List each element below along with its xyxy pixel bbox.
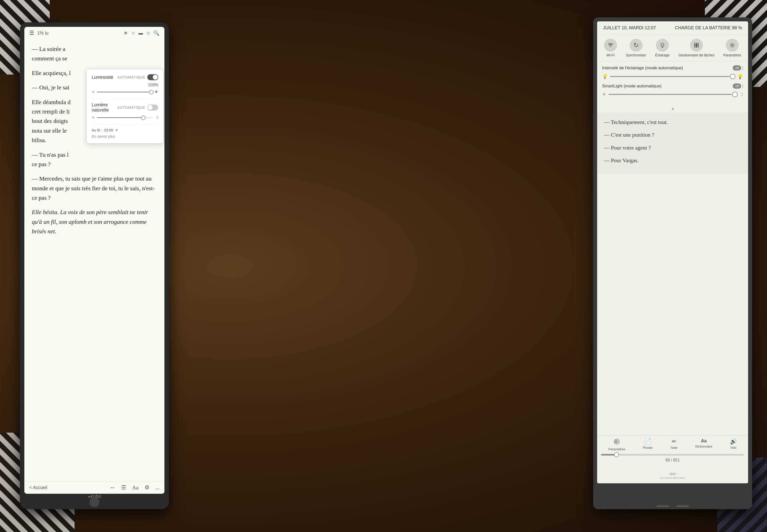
settings-icon[interactable]: ⚙ <box>145 484 150 491</box>
para-6: — Mercedes, tu sais que je t'aime plus q… <box>32 174 157 202</box>
intensity-slider-row: 💡 💡 <box>602 74 743 79</box>
sun-small-icon: ☀ <box>92 90 95 94</box>
bedtime-label: Au lit : <box>92 128 102 132</box>
brightness-slider-row: ☀ ☀ <box>92 89 158 95</box>
settings-button[interactable]: Paramètres <box>723 39 741 57</box>
tea-next-button[interactable] <box>676 505 689 507</box>
tea-device: JUILLET 10, MARDI 12:07 CHARGE DE LA BAT… <box>593 17 752 509</box>
arrows-icon[interactable]: ↔ <box>110 484 115 491</box>
para-5: — Tu n'as pas lce pas ? <box>32 150 157 169</box>
task-label: Gestionnaire de tâches <box>679 53 714 57</box>
more-icon[interactable]: ... <box>155 484 160 491</box>
sun-large-icon: ☀ <box>154 89 158 95</box>
bedtime-row: Au lit : 23:00 ∨ <box>92 128 158 132</box>
tea-progress-row <box>597 453 748 457</box>
settings-label: Paramètres <box>723 53 741 57</box>
intensity-row: Intensité de l'éclairage (mode automatiq… <box>602 65 743 71</box>
back-home-button[interactable]: < Accueil <box>29 485 47 490</box>
lumiere-slider[interactable] <box>97 117 153 118</box>
brightness-slider[interactable] <box>97 92 152 92</box>
collapse-arrow[interactable]: ∧ <box>597 105 748 113</box>
bedtime-time[interactable]: 23:00 <box>104 128 114 132</box>
moon-icon: ☽ <box>155 115 158 120</box>
lumiere-row: Lumière naturelle AUTOMATIQUE <box>92 102 158 113</box>
para-7: Elle hésita. La voix de son père semblai… <box>32 207 157 236</box>
svg-point-0 <box>610 46 611 47</box>
sync-button[interactable]: ↻ Synchroniser <box>626 39 646 57</box>
dictionary-icon: Aa <box>701 438 707 444</box>
svg-point-6 <box>731 44 733 46</box>
tea-date: JUILLET 10, MARDI 12:07 <box>603 25 656 31</box>
tea-quick-icons: Wi-Fi ↻ Synchroniser Éclairage <box>597 35 748 61</box>
tea-reading-content: — Techniquement, c'est tout. — C'est une… <box>597 113 748 174</box>
kobo-screen: ☰ 1% lu ☀ ≋ ▬ ○ 🔍 — La soirée acomment ç… <box>24 27 164 494</box>
auto-label: AUTOMATIQUE <box>117 75 145 79</box>
tea-progress-thumb[interactable] <box>614 452 619 457</box>
note-icon: ✏ <box>672 438 676 445</box>
svg-rect-5 <box>697 45 698 47</box>
tea-toolbar: A Paramètres 📄 Pivoter ✏ Note Aa Dic <box>597 435 748 463</box>
lumiere-toggle[interactable] <box>147 105 158 111</box>
tea-logo-sub: the ebook alternative <box>660 476 685 479</box>
svg-text:A: A <box>615 440 617 444</box>
toolbar-voice[interactable]: 🔊 Voix <box>730 438 737 451</box>
toc-icon[interactable]: ☰ <box>121 484 126 491</box>
hamburger-icon[interactable]: ☰ <box>29 30 34 36</box>
luminosite-label: Luminosité <box>92 75 113 80</box>
sync-icon-circle: ↻ <box>630 39 643 52</box>
tea-prev-button[interactable] <box>656 505 669 507</box>
font-icon[interactable]: Aa <box>132 484 139 491</box>
lumiere-section: Lumière naturelle AUTOMATIQUE ☀ ☽ <box>92 102 158 120</box>
learn-more-link[interactable]: En savoir plus <box>92 134 158 138</box>
settings-icon-circle <box>726 39 739 52</box>
rotate-icon: 📄 <box>645 438 651 445</box>
brightness-icon[interactable]: ☀ <box>123 30 128 36</box>
toolbar-rotate-label: Pivoter <box>643 446 653 450</box>
kobo-topbar-right: ☀ ≋ ▬ ○ 🔍 <box>123 30 159 36</box>
natural-auto-label: AUTOMATIQUE <box>117 106 145 110</box>
lumiere-slider-row: ☀ ☽ <box>92 115 158 120</box>
lighting-button[interactable]: Éclairage <box>655 39 669 57</box>
tea-screen: JUILLET 10, MARDI 12:07 CHARGE DE LA BAT… <box>597 21 748 483</box>
settings-tool-icon: A <box>614 438 620 446</box>
task-manager-button[interactable]: Gestionnaire de tâches <box>679 39 714 57</box>
toolbar-rotate[interactable]: 📄 Pivoter <box>643 438 653 451</box>
search-icon[interactable]: 🔍 <box>153 30 159 36</box>
intensity-slider[interactable] <box>610 76 734 77</box>
sun-icon: ☀ <box>602 92 606 97</box>
kobo-home-button[interactable] <box>89 497 99 507</box>
toggle-knob <box>153 75 158 80</box>
tea-progress-track[interactable] <box>601 454 744 456</box>
wifi-label: Wi-Fi <box>607 53 615 57</box>
warm-icon: ☀ <box>92 115 95 120</box>
tea-para-4: — Pour Vargas. <box>604 156 741 165</box>
kobo-topbar: ☰ 1% lu ☀ ≋ ▬ ○ 🔍 <box>24 27 164 39</box>
bulb-icon: 💡 <box>602 74 608 79</box>
luminosite-toggle[interactable] <box>147 74 158 80</box>
smartlight-label: SmartLight (mode automatique) <box>602 84 661 89</box>
luminosite-row: Luminosité AUTOMATIQUE <box>92 74 158 80</box>
smartlight-toggle[interactable]: off <box>733 83 741 89</box>
kobo-bottom-icons: ↔ ☰ Aa ⚙ ... <box>110 484 159 491</box>
intensity-toggle[interactable]: off <box>733 65 741 71</box>
battery-icon: ▬ <box>139 31 143 36</box>
sync-label: Synchroniser <box>626 53 646 57</box>
kobo-bottombar: < Accueil ↔ ☰ Aa ⚙ ... <box>24 481 164 494</box>
intensity-label: Intensité de l'éclairage (mode automatiq… <box>602 66 683 71</box>
brightness-popup: Luminosité AUTOMATIQUE 100% ☀ ☀ <box>86 69 163 144</box>
tea-statusbar: JUILLET 10, MARDI 12:07 CHARGE DE LA BAT… <box>597 21 748 35</box>
task-icon-circle <box>690 39 703 52</box>
smartlight-slider[interactable] <box>609 94 737 95</box>
smartlight-slider-row: ☀ ☽ <box>602 92 743 97</box>
tea-hardware-buttons <box>656 505 689 507</box>
chevron-down-icon[interactable]: ∨ <box>115 128 118 132</box>
wifi-button[interactable]: Wi-Fi <box>604 39 617 57</box>
sync-icon[interactable]: ○ <box>147 30 150 36</box>
tea-logo-area: · tea · the ebook alternative <box>660 471 685 479</box>
toolbar-settings[interactable]: A Paramètres <box>609 438 625 451</box>
tea-page-count: 99 / 851 <box>597 457 748 463</box>
lighting-icon-circle <box>656 39 669 52</box>
toolbar-note[interactable]: ✏ Note <box>671 438 677 451</box>
toolbar-dictionary[interactable]: Aa Dictionnaire <box>695 438 712 451</box>
toolbar-voice-label: Voix <box>730 446 736 450</box>
